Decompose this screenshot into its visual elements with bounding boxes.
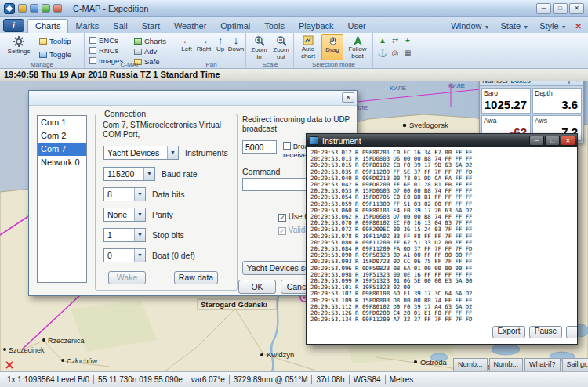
quickaccess-icon-3[interactable]: [42, 4, 50, 13]
window-title: C-MAP - Expedition: [73, 4, 148, 13]
port-item-com1[interactable]: Com 1: [38, 116, 86, 129]
ribbon: Settings Tooltip Toggle Manage ENCs RNCs: [0, 33, 588, 69]
lake: [492, 344, 520, 355]
chevron-down-icon: ▼: [485, 24, 490, 30]
ok-button[interactable]: OK: [238, 280, 276, 294]
export-button[interactable]: Export: [492, 326, 525, 338]
tab-sail[interactable]: Sail: [106, 20, 134, 33]
instrument-window: Instrument ─ □ ✕ 20:29:53.012 R 09F80201…: [306, 133, 578, 345]
app-menu-button[interactable]: i: [3, 19, 24, 32]
instruments-select[interactable]: Yacht Devices ▼: [103, 146, 179, 160]
anchor-icon[interactable]: ⚓: [377, 48, 388, 58]
port-list[interactable]: Com 1 Com 2 Com 7 Network 0: [37, 115, 87, 283]
tab-charts[interactable]: Charts: [27, 19, 68, 33]
tab-optimal[interactable]: Optimal: [213, 20, 257, 33]
panel-tab-whatif[interactable]: What-if?: [524, 358, 561, 371]
boat-label: Boat (0 def): [152, 251, 195, 260]
connection-groupbox-label: Connection: [102, 109, 148, 118]
port-description: Com 7, STMicroelectronics Virtual COM Po…: [103, 121, 231, 139]
up-arrow-icon[interactable]: ▲: [377, 35, 388, 45]
instrument-titlebar[interactable]: Instrument ─ □ ✕: [307, 134, 577, 147]
close-icon[interactable]: ✕: [569, 3, 584, 14]
city-label: Kwidzyn: [267, 350, 294, 359]
wake-button[interactable]: Wake: [108, 271, 146, 284]
stop-bits-select[interactable]: 1 ▼: [103, 228, 146, 242]
target-icon[interactable]: ◎: [390, 48, 401, 58]
swap-arrows-icon[interactable]: ⇄: [390, 35, 401, 45]
instrument-window-icon: [310, 136, 318, 145]
quickaccess-icon-4[interactable]: [53, 4, 62, 13]
group-label-manage: Manage: [0, 61, 84, 68]
gear-icon: [13, 35, 25, 48]
tooltip-button[interactable]: Tooltip: [39, 35, 71, 47]
zoom-in-button[interactable]: Zoom in: [249, 34, 270, 60]
drag-button[interactable]: Drag: [321, 34, 343, 60]
pan-up-button[interactable]: ↑ Up: [213, 34, 227, 60]
numbox-depth[interactable]: Depth 3.6: [532, 88, 582, 114]
add-icon[interactable]: +: [402, 35, 413, 45]
udp-port-input[interactable]: [242, 140, 277, 154]
tab-weather[interactable]: Weather: [167, 20, 213, 33]
close-icon[interactable]: ✕: [561, 136, 575, 146]
quickaccess-icon-2[interactable]: [30, 4, 38, 13]
panel-tab-number-1[interactable]: Numb...: [453, 358, 488, 371]
tab-marks[interactable]: Marks: [68, 20, 106, 33]
raw-data-button[interactable]: Raw data: [174, 271, 218, 284]
status-units: Metres: [385, 375, 418, 384]
grid-icon[interactable]: ▦: [402, 48, 413, 58]
chevron-down-icon: ▼: [134, 229, 145, 241]
minimize-icon[interactable]: ─: [536, 3, 551, 14]
port-item-com7[interactable]: Com 7: [38, 143, 86, 156]
minimize-icon[interactable]: ─: [529, 136, 544, 146]
parity-select[interactable]: None ▼: [103, 208, 146, 222]
auto-chart-icon: [303, 35, 314, 45]
menu-style[interactable]: Style ▼: [534, 20, 572, 33]
zoom-out-icon: [276, 35, 287, 46]
settings-button[interactable]: Settings: [3, 34, 34, 60]
pan-left-button[interactable]: ← Left: [179, 34, 194, 60]
boat-select[interactable]: 0 ▼: [103, 248, 146, 262]
group-label-selection: Selection mode: [295, 61, 372, 68]
maximize-icon[interactable]: □: [545, 136, 560, 146]
maximize-icon[interactable]: □: [553, 3, 568, 14]
zoom-out-button[interactable]: Zoom out: [270, 34, 292, 60]
partial-button[interactable]: [566, 326, 578, 338]
chart-note: КИЛЕ: [390, 85, 406, 92]
port-item-com2[interactable]: Com 2: [38, 129, 86, 143]
pan-right-button[interactable]: → Right: [195, 34, 212, 60]
panel-tab-number-2[interactable]: Numb...: [489, 358, 524, 371]
dialog-close-icon[interactable]: ✕: [342, 92, 354, 103]
encs-checkbox[interactable]: ENCs: [89, 35, 118, 45]
toggle-button[interactable]: Toggle: [39, 49, 71, 60]
status-datum: WGS84: [349, 375, 385, 384]
baud-rate-select[interactable]: 115200 ▼: [103, 167, 155, 181]
tab-tools[interactable]: Tools: [257, 20, 292, 33]
numbox-baro[interactable]: Baro 1025.27: [481, 88, 531, 114]
menu-window[interactable]: Window ▼: [445, 20, 495, 33]
status-scale: 1x 1:1093564 Level B/0: [3, 375, 93, 384]
panel-tab-sailgraph[interactable]: Sail gr...: [562, 358, 588, 371]
follow-boat-button[interactable]: Follow boat: [345, 34, 370, 60]
tab-start[interactable]: Start: [135, 20, 167, 33]
chevron-down-icon: ▼: [134, 188, 145, 201]
tab-user[interactable]: User: [341, 20, 373, 33]
ribbon-collapse-close-icon[interactable]: ✕: [572, 20, 588, 33]
quickaccess-icon-1[interactable]: [18, 4, 27, 13]
auto-chart-button[interactable]: Auto chart: [296, 34, 320, 60]
data-bits-select[interactable]: 8 ▼: [103, 187, 146, 201]
pan-down-button[interactable]: ↓ Down: [227, 34, 245, 60]
data-bits-label: Data bits: [152, 190, 184, 199]
instrument-log[interactable]: 20:29:53.012 R 09F80201 C0 FC 16 34 E7 0…: [307, 147, 577, 345]
chart-icon: [134, 38, 142, 45]
menu-state[interactable]: State ▼: [495, 20, 534, 33]
pause-button[interactable]: Pause: [529, 326, 562, 338]
connection-dialog-titlebar[interactable]: ✕: [29, 91, 357, 106]
port-item-network0[interactable]: Network 0: [38, 156, 86, 169]
group-label-scale: Scale: [247, 61, 293, 68]
tab-playback[interactable]: Playback: [292, 20, 341, 33]
connection-groupbox: Connection Com 7, STMicroelectronics Vir…: [95, 114, 238, 291]
arrow-up-icon: ↑: [213, 35, 227, 45]
rncs-checkbox[interactable]: RNCs: [89, 45, 118, 56]
chart-note: КИЛЕ: [448, 82, 465, 89]
zoom-in-icon: [254, 35, 265, 46]
